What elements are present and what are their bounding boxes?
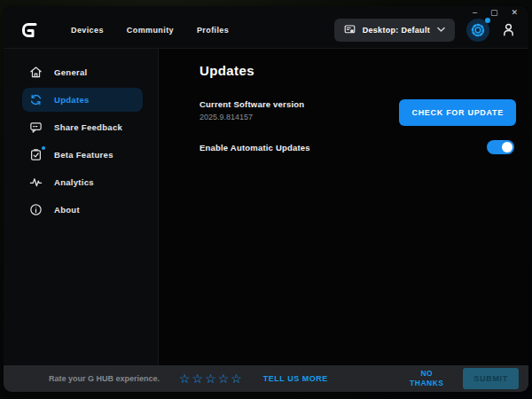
sidebar-item-label: Share Feedback <box>54 122 122 132</box>
sidebar-item-updates[interactable]: Updates <box>22 88 143 112</box>
minimize-button[interactable]: – <box>473 9 477 17</box>
page-title: Updates <box>200 63 516 78</box>
home-icon <box>29 66 43 79</box>
topbar-right-cluster: Desktop: Default <box>334 19 516 42</box>
active-profile-dropdown[interactable]: Desktop: Default <box>334 19 455 42</box>
sidebar-item-beta-features[interactable]: Beta Features <box>22 143 143 167</box>
settings-sidebar: General Updates <box>4 49 159 365</box>
maximize-button[interactable]: ▢ <box>490 9 498 17</box>
sidebar-item-label: About <box>54 205 80 215</box>
close-button[interactable]: ✕ <box>511 9 518 17</box>
clipboard-check-icon <box>29 148 43 161</box>
software-version-row: Current Software version 2025.9.814157 C… <box>200 99 516 126</box>
tell-us-more-link[interactable]: TELL US MORE <box>263 374 328 383</box>
info-icon <box>29 203 43 216</box>
star-1-icon[interactable]: ☆ <box>179 372 192 385</box>
auto-updates-label: Enable Automatic Updates <box>200 143 310 153</box>
submit-button[interactable]: SUBMIT <box>463 368 519 389</box>
check-for-update-button[interactable]: CHECK FOR UPDATE <box>399 99 516 126</box>
logitech-g-logo-icon <box>21 21 39 39</box>
sidebar-item-general[interactable]: General <box>22 60 143 84</box>
window-controls: – ▢ ✕ <box>473 9 518 17</box>
star-5-icon[interactable]: ☆ <box>231 372 244 385</box>
gear-icon <box>471 23 485 37</box>
pulse-icon <box>29 176 43 189</box>
star-4-icon[interactable]: ☆ <box>218 372 231 385</box>
settings-button[interactable] <box>466 19 489 42</box>
desktop-profile-icon <box>344 24 356 35</box>
ghub-window: – ▢ ✕ Devices Community Profiles <box>4 6 528 392</box>
sidebar-item-label: General <box>54 67 87 77</box>
star-2-icon[interactable]: ☆ <box>192 372 206 385</box>
nav-community[interactable]: Community <box>127 26 174 35</box>
chevron-down-icon <box>437 27 445 33</box>
toggle-knob <box>502 142 512 153</box>
refresh-icon <box>29 93 43 106</box>
sidebar-item-label: Updates <box>54 95 90 105</box>
rating-footer: Rate your G HUB experience. ☆ ☆ ☆ ☆ ☆ TE… <box>4 365 528 392</box>
sidebar-item-about[interactable]: About <box>22 198 143 222</box>
updates-panel: Updates Current Software version 2025.9.… <box>159 49 528 365</box>
chat-bubble-icon <box>29 121 43 134</box>
sidebar-item-analytics[interactable]: Analytics <box>22 170 143 194</box>
beta-notification-dot <box>42 146 45 150</box>
sidebar-item-label: Analytics <box>54 177 94 187</box>
sidebar-item-share-feedback[interactable]: Share Feedback <box>22 115 143 139</box>
auto-updates-row: Enable Automatic Updates <box>200 140 516 154</box>
active-profile-label: Desktop: Default <box>363 26 430 35</box>
version-label: Current Software version <box>200 99 304 109</box>
settings-notification-dot <box>485 18 490 23</box>
main-nav: Devices Community Profiles <box>71 26 229 35</box>
sidebar-item-label: Beta Features <box>54 150 113 160</box>
top-bar: – ▢ ✕ Devices Community Profiles <box>4 6 528 49</box>
no-thanks-link[interactable]: NO THANKS <box>404 369 449 387</box>
version-value: 2025.9.814157 <box>200 113 304 121</box>
auto-updates-toggle[interactable] <box>487 140 514 154</box>
star-rating: ☆ ☆ ☆ ☆ ☆ <box>179 372 244 385</box>
star-3-icon[interactable]: ☆ <box>205 372 218 385</box>
user-account-button[interactable] <box>501 22 516 37</box>
rating-prompt: Rate your G HUB experience. <box>49 374 160 383</box>
nav-profiles[interactable]: Profiles <box>197 26 229 35</box>
nav-devices[interactable]: Devices <box>71 26 104 35</box>
